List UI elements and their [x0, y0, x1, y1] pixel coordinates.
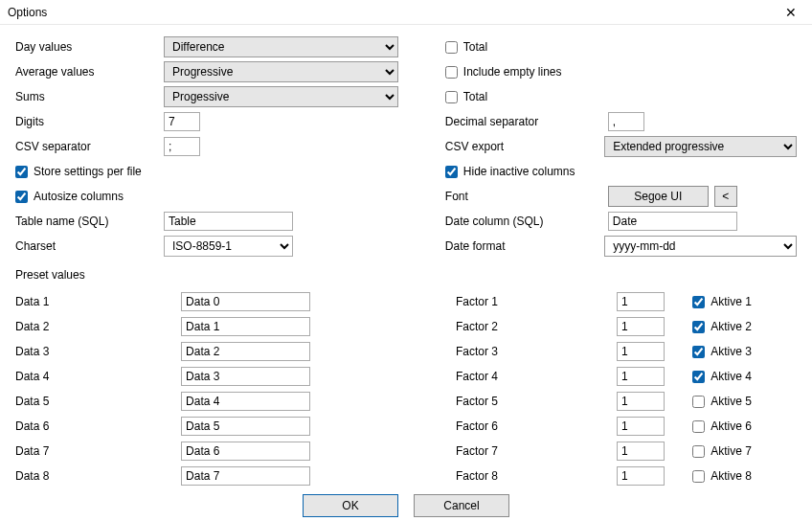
day-values-label: Day values — [15, 40, 164, 54]
factor-input-4[interactable] — [617, 367, 665, 386]
data-input-5[interactable] — [181, 392, 310, 411]
factor-label: Factor 2 — [456, 320, 617, 333]
data-label: Data 2 — [15, 320, 181, 333]
autosize-label: Autosize columns — [34, 190, 124, 203]
data-label: Data 1 — [15, 295, 181, 308]
preset-row: Data 8Factor 8 Aktive 8 — [15, 464, 797, 488]
preset-row: Data 5Factor 5 Aktive 5 — [15, 389, 797, 414]
hide-inactive-label: Hide inactive columns — [463, 165, 575, 178]
autosize-checkbox[interactable] — [15, 191, 28, 203]
total1-checkbox[interactable] — [445, 41, 458, 54]
aktive-checkbox-5[interactable] — [692, 396, 705, 408]
data-input-2[interactable] — [181, 317, 310, 336]
data-label: Data 6 — [15, 419, 181, 433]
table-name-input[interactable] — [164, 212, 293, 231]
store-per-file-label: Store settings per file — [34, 165, 142, 178]
data-input-6[interactable] — [181, 417, 310, 436]
sums-select[interactable]: Progessive — [164, 86, 398, 107]
digits-label: Digits — [15, 115, 164, 128]
total2-checkbox[interactable] — [445, 91, 458, 103]
aktive-label: Aktive 5 — [710, 395, 752, 408]
preset-row: Data 1Factor 1 Aktive 1 — [15, 289, 797, 314]
preset-grid: Data 1Factor 1 Aktive 1Data 2Factor 2 Ak… — [15, 289, 797, 488]
data-label: Data 5 — [15, 395, 181, 408]
csv-sep-label: CSV separator — [15, 140, 164, 153]
average-values-select[interactable]: Progressive — [164, 61, 398, 82]
preset-row: Data 2Factor 2 Aktive 2 — [15, 314, 797, 339]
aktive-label: Aktive 1 — [710, 295, 752, 308]
window-title: Options — [8, 6, 47, 19]
decimal-sep-input[interactable] — [608, 112, 644, 131]
csv-export-label: CSV export — [445, 140, 604, 153]
titlebar: Options ✕ — [0, 0, 812, 25]
data-label: Data 3 — [15, 345, 181, 358]
data-input-4[interactable] — [181, 367, 310, 386]
data-input-1[interactable] — [181, 292, 310, 311]
include-empty-label: Include empty lines — [463, 65, 562, 79]
date-format-select[interactable]: yyyy-mm-dd — [604, 236, 797, 257]
day-values-select[interactable]: Difference — [164, 36, 398, 57]
charset-label: Charset — [15, 239, 164, 253]
factor-input-5[interactable] — [617, 392, 665, 411]
total1-label: Total — [463, 40, 487, 54]
factor-label: Factor 3 — [456, 345, 617, 358]
aktive-checkbox-6[interactable] — [692, 420, 705, 433]
date-column-label: Date column (SQL) — [445, 215, 608, 228]
font-picker-button[interactable]: < — [714, 186, 737, 207]
hide-inactive-checkbox[interactable] — [445, 166, 458, 178]
aktive-checkbox-7[interactable] — [692, 445, 705, 458]
preset-values-label: Preset values — [15, 268, 85, 282]
ok-button[interactable]: OK — [303, 494, 398, 517]
aktive-checkbox-8[interactable] — [692, 470, 705, 483]
decimal-sep-label: Decimal separator — [445, 115, 608, 128]
close-icon[interactable]: ✕ — [772, 1, 810, 24]
factor-input-2[interactable] — [617, 317, 665, 336]
factor-input-1[interactable] — [617, 292, 665, 311]
preset-row: Data 3Factor 3 Aktive 3 — [15, 339, 797, 364]
data-label: Data 8 — [15, 469, 181, 483]
sums-label: Sums — [15, 90, 164, 103]
csv-sep-input[interactable] — [164, 137, 200, 156]
data-input-8[interactable] — [181, 466, 310, 486]
factor-input-7[interactable] — [617, 442, 665, 461]
data-label: Data 4 — [15, 370, 181, 383]
total2-label: Total — [463, 90, 487, 103]
aktive-checkbox-1[interactable] — [692, 296, 705, 308]
aktive-label: Aktive 4 — [710, 370, 752, 383]
digits-input[interactable] — [164, 112, 200, 131]
aktive-label: Aktive 2 — [710, 320, 752, 333]
factor-input-8[interactable] — [617, 466, 665, 486]
font-button[interactable]: Segoe UI — [608, 186, 709, 207]
table-name-label: Table name (SQL) — [15, 215, 164, 228]
aktive-label: Aktive 7 — [710, 444, 752, 458]
data-input-3[interactable] — [181, 342, 310, 361]
include-empty-checkbox[interactable] — [445, 66, 458, 79]
store-per-file-checkbox[interactable] — [15, 166, 28, 178]
preset-row: Data 4Factor 4 Aktive 4 — [15, 364, 797, 389]
date-format-label: Date format — [445, 239, 604, 253]
font-label: Font — [445, 190, 608, 203]
csv-export-select[interactable]: Extended progressive — [604, 136, 797, 157]
factor-label: Factor 1 — [456, 295, 617, 308]
data-label: Data 7 — [15, 444, 181, 458]
factor-label: Factor 6 — [456, 419, 617, 433]
factor-label: Factor 8 — [456, 469, 617, 483]
charset-select[interactable]: ISO-8859-1 — [164, 236, 293, 257]
factor-input-6[interactable] — [617, 417, 665, 436]
factor-label: Factor 5 — [456, 395, 617, 408]
average-values-label: Average values — [15, 65, 164, 79]
aktive-checkbox-4[interactable] — [692, 371, 705, 383]
preset-row: Data 6Factor 6 Aktive 6 — [15, 414, 797, 439]
date-column-input[interactable] — [608, 212, 737, 231]
aktive-label: Aktive 6 — [710, 419, 752, 433]
aktive-checkbox-2[interactable] — [692, 321, 705, 333]
aktive-label: Aktive 3 — [710, 345, 752, 358]
aktive-label: Aktive 8 — [710, 469, 752, 483]
cancel-button[interactable]: Cancel — [414, 494, 509, 517]
factor-input-3[interactable] — [617, 342, 665, 361]
factor-label: Factor 7 — [456, 444, 617, 458]
factor-label: Factor 4 — [456, 370, 617, 383]
aktive-checkbox-3[interactable] — [692, 346, 705, 358]
preset-row: Data 7Factor 7 Aktive 7 — [15, 439, 797, 464]
data-input-7[interactable] — [181, 442, 310, 461]
